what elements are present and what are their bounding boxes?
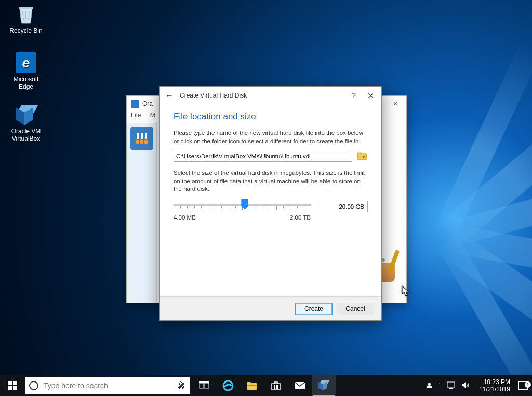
notification-count: 1 bbox=[525, 381, 531, 388]
svg-rect-2 bbox=[141, 133, 143, 139]
desktop-icon-label: Oracle VM VirtualBox bbox=[6, 128, 46, 142]
taskbar-app-file-explorer[interactable] bbox=[240, 375, 264, 396]
cortana-icon bbox=[29, 381, 38, 390]
taskbar-search[interactable]: Type here to search 🎤︎ bbox=[25, 377, 190, 394]
svg-rect-1 bbox=[137, 133, 139, 139]
slider-max-label: 2.00 TB bbox=[290, 214, 311, 221]
file-path-input[interactable] bbox=[174, 151, 352, 162]
section-heading: File location and size bbox=[174, 112, 368, 122]
volume-icon[interactable] bbox=[461, 381, 470, 390]
svg-rect-11 bbox=[247, 385, 257, 386]
description-text-2: Select the size of the virtual hard disk… bbox=[174, 169, 368, 194]
clock-time: 10:23 PM bbox=[479, 378, 510, 386]
svg-rect-18 bbox=[447, 382, 455, 387]
back-button[interactable]: ← bbox=[165, 91, 174, 100]
edge-icon: e bbox=[15, 52, 37, 74]
size-slider[interactable] bbox=[174, 199, 311, 214]
desktop-icon-label: Recycle Bin bbox=[6, 27, 46, 34]
window-title: Ora bbox=[142, 100, 153, 107]
tools-icon[interactable] bbox=[130, 127, 153, 150]
network-icon[interactable] bbox=[447, 381, 455, 390]
tray-overflow-icon[interactable]: ˆ bbox=[439, 383, 441, 389]
virtualbox-icon bbox=[131, 100, 139, 108]
svg-rect-5 bbox=[140, 140, 143, 144]
microphone-icon[interactable]: 🎤︎ bbox=[178, 381, 186, 390]
taskbar-app-mail[interactable] bbox=[288, 375, 312, 396]
taskbar: Type here to search 🎤︎ 👤︎ ˆ 10:23 PM bbox=[0, 375, 532, 396]
desktop-icon-virtualbox[interactable]: Oracle VM VirtualBox bbox=[6, 104, 46, 142]
system-tray[interactable]: 👤︎ ˆ bbox=[420, 381, 475, 390]
taskbar-clock[interactable]: 10:23 PM 11/21/2019 bbox=[475, 378, 514, 393]
taskbar-app-store[interactable] bbox=[264, 375, 288, 396]
dialog-titlebar[interactable]: ← Create Virtual Hard Disk ? ✕ bbox=[160, 87, 381, 104]
svg-rect-12 bbox=[272, 384, 280, 390]
description-text: Please type the name of the new virtual … bbox=[174, 129, 368, 145]
svg-rect-13 bbox=[274, 385, 275, 387]
svg-rect-9 bbox=[199, 381, 209, 383]
virtualbox-icon bbox=[15, 104, 37, 126]
desktop-icon-label: Microsoft Edge bbox=[6, 76, 46, 90]
menu-file[interactable]: File bbox=[131, 112, 141, 119]
action-center-button[interactable]: 1 bbox=[514, 381, 532, 390]
svg-rect-3 bbox=[145, 133, 147, 139]
svg-rect-14 bbox=[276, 385, 278, 387]
svg-rect-8 bbox=[205, 383, 209, 388]
browse-folder-button[interactable] bbox=[356, 151, 368, 161]
svg-rect-7 bbox=[200, 383, 204, 388]
slider-min-label: 4.00 MB bbox=[174, 214, 196, 221]
vbox-sidebar bbox=[127, 123, 157, 303]
virtualbox-icon bbox=[318, 380, 329, 391]
dialog-title: Create Virtual Hard Disk bbox=[180, 92, 352, 99]
close-button[interactable]: ✕ bbox=[365, 91, 376, 101]
taskbar-app-virtualbox[interactable] bbox=[312, 375, 336, 396]
svg-rect-19 bbox=[449, 388, 453, 389]
windows-logo-icon bbox=[8, 381, 17, 390]
desktop-icon-edge[interactable]: e Microsoft Edge bbox=[6, 52, 46, 90]
svg-rect-16 bbox=[276, 387, 278, 389]
task-view-button[interactable] bbox=[192, 375, 216, 396]
help-button[interactable]: ? bbox=[352, 91, 356, 100]
menu-machine[interactable]: M bbox=[150, 112, 155, 119]
svg-rect-15 bbox=[274, 387, 275, 389]
create-virtual-hard-disk-dialog: ← Create Virtual Hard Disk ? ✕ File loca… bbox=[159, 86, 382, 321]
svg-rect-6 bbox=[144, 140, 148, 144]
size-input[interactable] bbox=[318, 201, 368, 212]
mouse-cursor-icon bbox=[402, 285, 410, 297]
svg-rect-4 bbox=[136, 140, 139, 144]
people-icon[interactable]: 👤︎ bbox=[425, 381, 433, 390]
recycle-bin-icon bbox=[15, 3, 37, 25]
cancel-button[interactable]: Cancel bbox=[337, 303, 374, 315]
taskbar-app-edge[interactable] bbox=[216, 375, 240, 396]
dialog-footer: Create Cancel bbox=[160, 296, 381, 320]
clock-date: 11/21/2019 bbox=[479, 386, 510, 393]
desktop-icon-recycle-bin[interactable]: Recycle Bin bbox=[6, 3, 46, 34]
svg-rect-0 bbox=[19, 7, 33, 9]
close-icon[interactable]: ✕ bbox=[389, 100, 402, 107]
search-placeholder: Type here to search bbox=[44, 381, 178, 390]
create-button[interactable]: Create bbox=[295, 303, 332, 315]
start-button[interactable] bbox=[0, 375, 25, 396]
